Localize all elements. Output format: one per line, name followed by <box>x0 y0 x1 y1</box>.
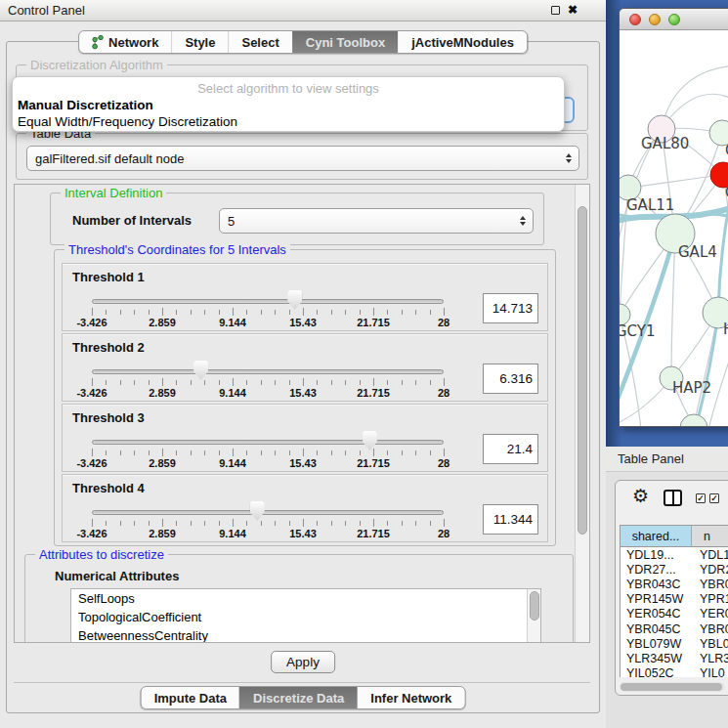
tick-mark <box>402 380 403 385</box>
table-row[interactable]: YLR345WYLR3 <box>621 651 728 665</box>
table-cell: YLR3 <box>692 652 728 665</box>
list-item-betweennesscentrality[interactable]: BetweennessCentrality <box>71 626 540 643</box>
table-row[interactable]: YBL079WYBL0 <box>621 636 728 651</box>
threshold-slider[interactable]: -3.4262.8599.14415.4321.71528 <box>92 334 444 403</box>
slider-track[interactable] <box>92 369 444 374</box>
tick-label: 28 <box>438 457 450 469</box>
column-header-1[interactable]: shared... <box>621 526 692 547</box>
threshold-slider[interactable]: -3.4262.8599.14415.4321.71528 <box>92 264 444 332</box>
network-node[interactable] <box>680 414 707 426</box>
tab-jactivemnodules[interactable]: jActiveMNodules <box>398 31 527 53</box>
tab-infer-network[interactable]: Infer Network <box>357 687 464 708</box>
tab-style[interactable]: Style <box>171 31 228 53</box>
tick-mark <box>275 450 276 455</box>
settings-scrollbar-thumb[interactable] <box>578 206 587 535</box>
table-data-combobox[interactable]: galFiltered.sif default node <box>26 146 579 171</box>
gear-icon[interactable]: ⚙ <box>632 487 649 505</box>
threshold-slider[interactable]: -3.4262.8599.14415.4321.71528 <box>92 405 444 473</box>
tick-mark <box>149 310 150 315</box>
tick-mark <box>317 380 318 385</box>
combo-stepper-icon <box>566 153 572 163</box>
menu-item-equal-width-frequency-discretization[interactable]: Equal Width/Frequency Discretization <box>18 114 237 129</box>
tick-mark <box>106 521 107 526</box>
tab-discretize-data[interactable]: Discretize Data <box>239 687 357 708</box>
slider-thumb-icon[interactable] <box>193 361 208 380</box>
close-icon[interactable]: ✖ <box>568 3 578 17</box>
tick-label: 28 <box>438 528 450 539</box>
network-edge[interactable] <box>707 324 728 426</box>
tick-mark <box>430 380 431 385</box>
network-edge[interactable] <box>628 175 723 188</box>
tick-mark <box>317 450 318 455</box>
checkbox-icon[interactable]: ✓ <box>709 493 719 503</box>
number-of-intervals-combobox[interactable]: 5 <box>219 208 534 234</box>
tick-label: 28 <box>438 387 450 399</box>
tick-mark <box>191 450 192 455</box>
slider-thumb-icon[interactable] <box>287 290 302 310</box>
table-row[interactable]: YER054CYER0 <box>621 607 728 621</box>
slider-ticks <box>92 308 444 317</box>
network-icon <box>92 35 104 50</box>
table-row[interactable]: YIL052CYIL0 <box>621 666 728 678</box>
tab-impute-data[interactable]: Impute Data <box>142 687 239 708</box>
tick-mark <box>162 449 163 456</box>
tick-mark <box>92 308 93 316</box>
settings-scrollbar[interactable] <box>575 185 589 642</box>
node-label: GAL11 <box>626 196 674 214</box>
window-zoom-icon[interactable] <box>668 14 680 25</box>
window-minimize-icon[interactable] <box>649 14 661 25</box>
window-close-icon[interactable] <box>629 14 641 25</box>
table-scrollbar-thumb[interactable] <box>621 683 722 691</box>
network-edge[interactable] <box>671 234 675 378</box>
tick-label: -3.426 <box>76 387 107 399</box>
tick-label: 2.859 <box>149 457 176 469</box>
tick-mark <box>303 378 304 386</box>
list-scrollbar[interactable] <box>527 589 540 643</box>
list-item-selfloops[interactable]: SelfLoops <box>71 589 540 608</box>
table-row[interactable]: YDR27...YDR2 <box>621 562 728 577</box>
column-header-2[interactable]: n <box>692 526 728 547</box>
tab-network[interactable]: Network <box>79 31 171 53</box>
tab-cyni-toolbox[interactable]: Cyni Toolbox <box>292 31 398 53</box>
tick-mark <box>149 380 150 385</box>
slider-track[interactable] <box>92 510 444 515</box>
checkbox-icon[interactable]: ✓ <box>696 493 706 503</box>
network-canvas[interactable]: GAL80GACGAL11GAL4GCY1HHAP2 <box>620 31 728 426</box>
table-row[interactable]: YBR043CYBR0 <box>621 577 728 591</box>
list-item-topologicalcoefficient[interactable]: TopologicalCoefficient <box>71 608 540 626</box>
apply-button[interactable]: Apply <box>271 651 335 673</box>
table-row[interactable]: YPR145WYPR1 <box>621 592 728 607</box>
tab-select[interactable]: Select <box>228 31 291 53</box>
float-window-icon[interactable] <box>551 6 560 15</box>
tab-label: Discretize Data <box>253 691 344 706</box>
threshold-value-box[interactable]: 21.4 <box>483 434 538 464</box>
table-row[interactable]: YBR045CYBR0 <box>621 621 728 636</box>
table-row[interactable]: YDL19...YDL1 <box>621 547 728 562</box>
tick-mark <box>120 450 121 455</box>
tick-mark <box>331 521 332 526</box>
tick-mark <box>149 521 150 526</box>
table-cell: YBR043C <box>621 578 692 591</box>
table-horizontal-scrollbar[interactable] <box>620 682 725 692</box>
threshold-panel: Threshold 2-3.4262.8599.14415.4321.71528… <box>62 333 548 402</box>
slider-thumb-icon[interactable] <box>250 501 265 521</box>
slider-thumb-icon[interactable] <box>363 431 377 450</box>
tick-label: 9.144 <box>219 457 246 469</box>
slider-track[interactable] <box>92 440 444 445</box>
threshold-value-box[interactable]: 14.713 <box>483 293 538 323</box>
list-scrollbar-thumb[interactable] <box>530 591 539 621</box>
tick-mark <box>289 310 290 315</box>
threshold-value-box[interactable]: 11.344 <box>483 504 538 535</box>
table-cell: YLR345W <box>621 652 692 665</box>
menu-item-manual-discretization[interactable]: Manual Discretization <box>18 98 153 112</box>
threshold-value-box[interactable]: 6.316 <box>483 364 538 394</box>
threshold-panel: Threshold 3-3.4262.8599.14415.4321.71528… <box>62 404 548 472</box>
slider-ticks <box>92 449 444 457</box>
threshold-slider[interactable]: -3.4262.8599.14415.4321.71528 <box>92 475 444 543</box>
tick-mark <box>92 378 93 386</box>
tick-mark <box>106 450 107 455</box>
tick-mark <box>345 310 346 315</box>
tick-mark <box>415 380 416 385</box>
split-columns-icon[interactable] <box>664 490 682 506</box>
slider-track[interactable] <box>92 299 444 304</box>
